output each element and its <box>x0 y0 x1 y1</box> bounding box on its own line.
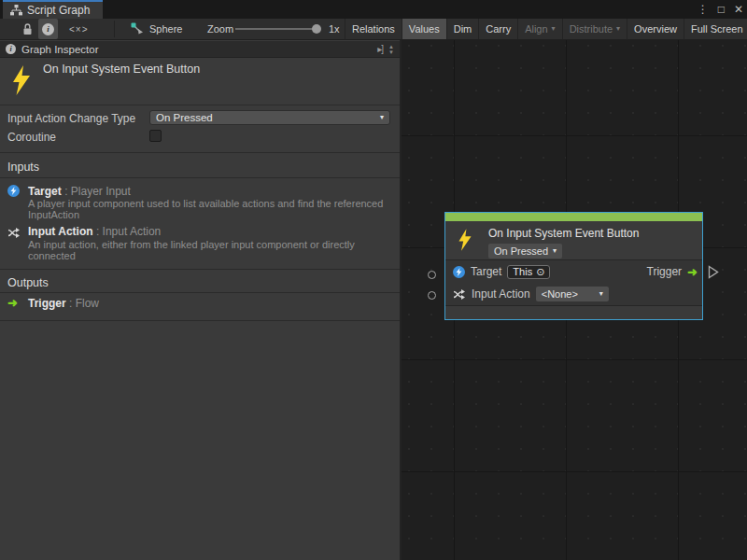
change-type-dropdown[interactable]: On Pressed ▾ <box>149 110 390 125</box>
toolbar-button-align[interactable]: Align▾ <box>517 19 561 39</box>
event-node[interactable]: On Input System Event Button On Pressed … <box>444 212 703 320</box>
target-pin: Target : Player Input <box>28 185 131 198</box>
window-menu-icon[interactable]: ⋮ <box>698 0 709 19</box>
tab-bar: Script Graph ⋮ □ ✕ <box>0 0 747 19</box>
divider <box>0 320 400 321</box>
node-header[interactable]: On Input System Event Button On Pressed … <box>445 221 702 259</box>
target-pin-description: A player input component used to list av… <box>28 199 392 220</box>
flow-arrow-icon: ➜ <box>687 265 698 279</box>
graph-inspector-panel: i Graph Inspector ▸] ▲ ▼ On Input System… <box>0 40 402 560</box>
scroll-down-icon[interactable]: ▼ <box>388 49 394 55</box>
panel-scroll-arrows[interactable]: ▲ ▼ <box>388 44 394 55</box>
chevron-down-icon: ▾ <box>552 25 556 33</box>
zoom-slider-track[interactable] <box>235 28 317 30</box>
node-footer <box>445 305 702 319</box>
code-icon: <×> <box>69 24 89 35</box>
close-icon[interactable]: ✕ <box>734 0 743 19</box>
input-action-pin-description: An input action, either from the linked … <box>28 240 385 261</box>
divider <box>0 292 400 293</box>
zoom-label: Zoom <box>207 19 233 39</box>
divider <box>0 269 400 270</box>
chevron-down-icon: ▾ <box>380 114 384 121</box>
info-icon: i <box>42 23 54 35</box>
graph-canvas[interactable]: On Input System Event Button On Pressed … <box>402 40 747 560</box>
lock-icon <box>22 23 33 35</box>
maximize-icon[interactable]: □ <box>718 0 725 19</box>
input-action-shuffle-icon <box>453 288 466 301</box>
graph-breadcrumb[interactable]: Sphere <box>131 19 182 39</box>
graph-inspector-title: Graph Inspector <box>21 44 372 55</box>
trigger-pin: Trigger : Flow <box>28 297 99 310</box>
toolbar-button-fullscreen[interactable]: Full Screen <box>684 19 747 39</box>
tab-script-graph[interactable]: Script Graph <box>3 0 103 19</box>
divider <box>0 105 400 105</box>
script-graph-icon <box>10 5 22 16</box>
object-picker-icon[interactable]: ⊙ <box>536 266 544 278</box>
input-action-shuffle-icon <box>7 226 21 243</box>
input-action-port-label: Input Action <box>472 287 530 301</box>
toolbar-button-dim[interactable]: Dim <box>446 19 479 39</box>
coroutine-label: Coroutine <box>7 131 56 144</box>
trigger-port-label: Trigger <box>647 265 683 278</box>
event-bolt-icon <box>11 65 32 95</box>
target-unit-icon <box>453 266 465 278</box>
input-action-input-port[interactable] <box>428 291 436 300</box>
toolbar-separator <box>114 21 115 37</box>
input-action-pin: Input Action : Input Action <box>28 225 161 238</box>
toolbar-button-distribute[interactable]: Distribute▾ <box>562 19 627 39</box>
toolbar-button-values[interactable]: Values <box>402 19 446 39</box>
target-object-field[interactable]: This ⊙ <box>507 265 550 279</box>
zoom-slider-knob[interactable] <box>312 24 321 34</box>
target-unit-icon <box>7 185 20 197</box>
node-title: On Input System Event Button <box>488 227 639 240</box>
code-view-button[interactable]: <×> <box>69 19 89 39</box>
flow-arrow-icon: ➜ <box>7 296 18 310</box>
graph-name-label: Sphere <box>149 23 182 35</box>
toolbar-button-overview[interactable]: Overview <box>627 19 684 39</box>
window-controls: ⋮ □ ✕ <box>698 0 743 19</box>
divider <box>0 152 400 153</box>
toolbar-button-relations[interactable]: Relations <box>345 19 402 39</box>
target-input-port[interactable] <box>428 271 436 279</box>
lock-button[interactable] <box>22 19 33 39</box>
chevron-down-icon: ▾ <box>553 247 557 255</box>
target-port-label: Target <box>471 265 501 278</box>
toolbar-button-carry[interactable]: Carry <box>478 19 517 39</box>
zoom-value: 1x <box>329 19 340 39</box>
node-row-input-action: Input Action <None> ▾ <box>445 283 702 305</box>
dock-panel-icon[interactable]: ▸] <box>377 44 383 54</box>
graph-toolbar: i <×> Sphere Zoom 1x Relations Valu <box>0 19 747 40</box>
zoom-slider[interactable] <box>235 19 317 39</box>
trigger-output-port[interactable] <box>708 265 719 279</box>
divider <box>0 177 400 178</box>
info-icon: i <box>6 44 16 54</box>
graph-inspector-header: i Graph Inspector ▸] ▲ ▼ <box>0 41 400 58</box>
coroutine-checkbox[interactable] <box>149 130 162 142</box>
node-event-mode-dropdown[interactable]: On Pressed ▾ <box>488 244 562 259</box>
node-row-target: Target This ⊙ Trigger ➜ <box>445 260 702 283</box>
change-type-label: Input Action Change Type <box>7 112 135 125</box>
event-bolt-icon <box>458 229 472 251</box>
outputs-section-header: Outputs <box>7 276 49 289</box>
chevron-down-icon: ▾ <box>616 25 620 33</box>
input-action-dropdown[interactable]: <None> ▾ <box>536 287 609 301</box>
tab-label: Script Graph <box>27 4 90 17</box>
node-accent-bar <box>445 213 702 221</box>
graph-icon <box>131 22 144 35</box>
inspector-toggle-button[interactable]: i <box>38 19 58 39</box>
script-graph-window: Script Graph ⋮ □ ✕ i <×> S <box>0 0 747 560</box>
node-body: Target This ⊙ Trigger ➜ <box>445 260 702 305</box>
toolbar-buttons: Relations Values Dim Carry Align▾ Distri… <box>345 19 747 39</box>
inputs-section-header: Inputs <box>7 161 39 174</box>
inspected-node-title: On Input System Event Button <box>43 63 200 76</box>
chevron-down-icon: ▾ <box>599 290 603 298</box>
